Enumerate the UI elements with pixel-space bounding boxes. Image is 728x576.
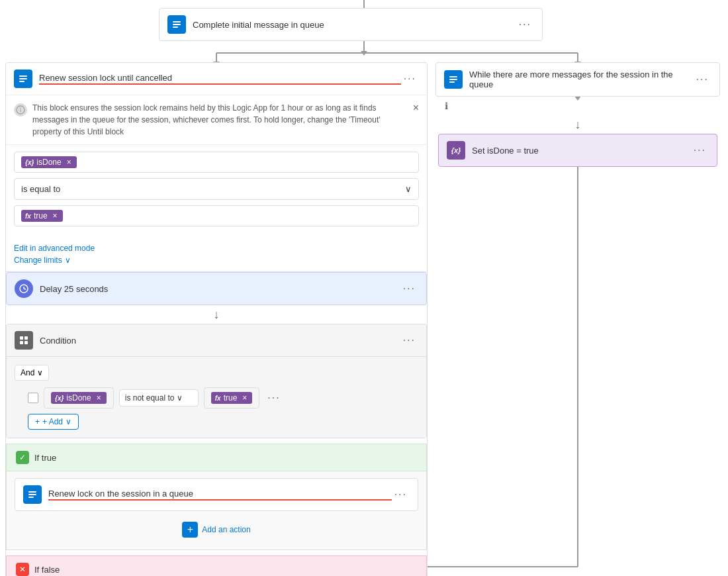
- while-info-row: ℹ: [435, 97, 720, 115]
- initial-message-block: Complete initial message in queue ···: [159, 8, 543, 41]
- until-links: Edit in advanced mode Change limits ∨: [6, 238, 427, 271]
- true-field[interactable]: fx true ×: [14, 205, 419, 226]
- svg-rect-31: [20, 341, 23, 344]
- svg-rect-30: [24, 336, 28, 340]
- condition-isDone-tag: {x} isDone ×: [51, 392, 107, 404]
- svg-rect-34: [28, 494, 36, 495]
- clock-icon: [15, 279, 33, 298]
- if-true-body: Renew lock on the session in a queue ···…: [6, 471, 427, 550]
- delay-block[interactable]: Delay 25 seconds ···: [6, 272, 427, 305]
- add-condition-row: + + Add ∨: [28, 414, 418, 430]
- svg-rect-33: [28, 491, 36, 493]
- condition-icon: [15, 331, 33, 350]
- close-info-button[interactable]: ×: [413, 102, 419, 114]
- info-icon: [14, 103, 27, 117]
- until-title: Renew session lock until cancelled: [39, 73, 401, 85]
- expression-icon: fx: [25, 213, 31, 220]
- add-action-icon: +: [182, 522, 198, 538]
- initial-message-title: Complete initial message in queue: [193, 20, 516, 30]
- until-header[interactable]: Renew session lock until cancelled ···: [6, 63, 427, 95]
- svg-rect-22: [19, 81, 24, 82]
- if-false-section: ✕ If false + Add an action: [6, 555, 427, 576]
- chevron-down-icon: ∨: [66, 417, 71, 426]
- operator-select[interactable]: is equal to ∨: [14, 178, 419, 200]
- renew-lock-title: Renew lock on the session in a queue: [48, 489, 392, 501]
- while-arrow: ↓: [435, 115, 720, 134]
- condition-body: And ∨ {x} isDone ×: [7, 357, 426, 438]
- set-variable-icon: {x}: [447, 141, 465, 160]
- condition-header[interactable]: Condition ···: [7, 324, 426, 357]
- and-dropdown[interactable]: And ∨: [15, 365, 49, 381]
- svg-rect-20: [19, 75, 27, 77]
- svg-rect-35: [28, 497, 34, 498]
- if-true-header: ✓ If true: [6, 444, 427, 471]
- variable-icon: {x}: [25, 159, 34, 166]
- renew-lock-action[interactable]: Renew lock on the session in a queue ···: [15, 478, 418, 511]
- while-icon: [444, 70, 463, 89]
- true-remove[interactable]: ×: [53, 211, 58, 220]
- svg-rect-36: [449, 76, 457, 77]
- variable-icon-2: {x}: [55, 395, 64, 402]
- operator-dropdown[interactable]: is not equal to ∨: [119, 389, 199, 407]
- until-ellipsis[interactable]: ···: [401, 72, 419, 86]
- while-header[interactable]: While there are more messages for the se…: [435, 62, 720, 97]
- condition-isDone-remove[interactable]: ×: [97, 393, 101, 403]
- condition-true-remove[interactable]: ×: [242, 393, 247, 403]
- condition-row-ellipsis[interactable]: ···: [265, 391, 283, 405]
- info-circle-icon: ℹ: [445, 101, 448, 111]
- edit-advanced-link[interactable]: Edit in advanced mode: [14, 244, 419, 253]
- renew-lock-ellipsis[interactable]: ···: [392, 487, 410, 502]
- svg-line-28: [24, 289, 26, 289]
- true-tag: fx true ×: [21, 210, 63, 222]
- condition-checkbox[interactable]: [28, 393, 38, 403]
- initial-message-ellipsis[interactable]: ···: [516, 17, 534, 32]
- chevron-down-icon: ∨: [177, 393, 183, 403]
- isDone-field[interactable]: {x} isDone ×: [14, 152, 419, 173]
- initial-message-action[interactable]: Complete initial message in queue ···: [159, 8, 543, 41]
- chevron-down-icon: ∨: [37, 368, 43, 377]
- svg-rect-32: [24, 341, 28, 344]
- while-ellipsis[interactable]: ···: [694, 72, 711, 87]
- chevron-down-icon: ∨: [405, 184, 412, 194]
- add-condition-button[interactable]: + + Add ∨: [28, 414, 79, 430]
- if-true-section: ✓ If true Renew lock on the session in a…: [6, 444, 427, 550]
- if-false-header: ✕ If false: [6, 555, 427, 576]
- until-info-box: This block ensures the session lock rema…: [6, 95, 427, 145]
- condition-block: Condition ··· And ∨ {x} isDone: [6, 324, 427, 438]
- delay-ellipsis[interactable]: ···: [400, 281, 418, 296]
- condition-true-field[interactable]: fx true ×: [204, 387, 260, 408]
- queue-icon: [167, 15, 186, 34]
- if-true-add-action[interactable]: + Add an action: [15, 516, 418, 543]
- condition-true-tag: fx true ×: [211, 392, 253, 404]
- svg-rect-17: [173, 21, 181, 23]
- svg-rect-37: [449, 79, 457, 80]
- set-isDone-ellipsis[interactable]: ···: [691, 143, 709, 158]
- set-isDone-block[interactable]: {x} Set isDone = true ···: [438, 134, 717, 167]
- until-condition-fields: {x} isDone × is equal to ∨ fx true ×: [6, 145, 427, 238]
- chevron-down-icon: ∨: [65, 256, 71, 265]
- isDone-tag: {x} isDone ×: [21, 156, 77, 168]
- renew-lock-icon: [23, 485, 42, 504]
- svg-rect-24: [21, 109, 21, 113]
- svg-marker-3: [361, 51, 367, 56]
- svg-rect-21: [19, 78, 27, 79]
- svg-rect-29: [20, 336, 23, 340]
- isDone-remove[interactable]: ×: [67, 158, 71, 167]
- condition-isDone-field[interactable]: {x} isDone ×: [44, 387, 114, 408]
- until-icon: [14, 70, 32, 88]
- svg-rect-38: [449, 81, 455, 83]
- delay-to-condition-arrow: ↓: [6, 305, 427, 324]
- while-block: While there are more messages for the se…: [435, 62, 720, 167]
- condition-ellipsis[interactable]: ···: [400, 333, 418, 348]
- condition-row: {x} isDone × is not equal to ∨ fx: [28, 387, 418, 408]
- svg-rect-18: [173, 24, 181, 25]
- svg-rect-25: [21, 108, 21, 109]
- change-limits-link[interactable]: Change limits ∨: [14, 256, 419, 265]
- until-block: Renew session lock until cancelled ··· T…: [5, 62, 428, 576]
- if-true-add-action-button[interactable]: + Add an action: [15, 516, 418, 543]
- until-info-text: This block ensures the session lock rema…: [32, 102, 408, 138]
- check-icon: ✓: [16, 451, 29, 464]
- while-title: While there are more messages for the se…: [469, 70, 694, 89]
- delay-title: Delay 25 seconds: [40, 284, 400, 294]
- condition-title: Condition: [40, 336, 400, 346]
